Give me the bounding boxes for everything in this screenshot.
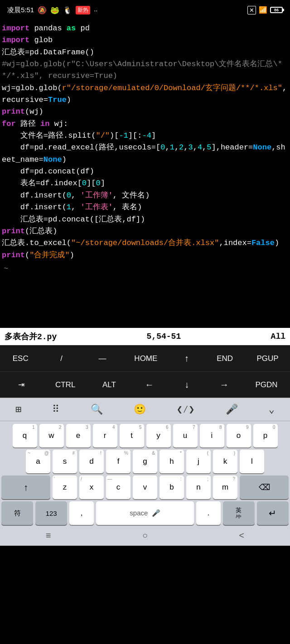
keyboard-row-1: 1q 2w 3e 4r 5t 6y 7u 8i 9o 0p bbox=[1, 424, 289, 447]
back-button[interactable]: < bbox=[230, 529, 253, 543]
end-button[interactable]: END bbox=[213, 351, 237, 367]
toolbar-row-2: ⇥ CTRL ALT ← ↓ → PGDN bbox=[0, 371, 290, 398]
key-m[interactable]: ?m bbox=[213, 476, 237, 499]
home-button-nav[interactable]: ○ bbox=[133, 529, 157, 543]
key-a[interactable]: ~@a bbox=[26, 450, 50, 473]
comma-key[interactable]: , bbox=[69, 501, 94, 525]
key-f[interactable]: %f bbox=[106, 450, 130, 473]
key-y[interactable]: 6y bbox=[146, 424, 171, 447]
keyboard: 1q 2w 3e 4r 5t 6y 7u 8i 9o 0p ~@a #s !d … bbox=[0, 421, 290, 528]
key-s[interactable]: #s bbox=[53, 450, 77, 473]
right-arrow-button[interactable]: → bbox=[215, 376, 233, 394]
emoji-icon[interactable]: 🙂 bbox=[129, 401, 150, 418]
battery-icon: 86 bbox=[270, 7, 283, 13]
dash-button[interactable]: — bbox=[91, 351, 114, 367]
key-x[interactable]: /x bbox=[79, 476, 104, 499]
up-arrow-button[interactable]: ↑ bbox=[178, 350, 196, 367]
key-u[interactable]: 7u bbox=[173, 424, 198, 447]
bell-mute-icon: 🔕 bbox=[38, 6, 47, 14]
key-k[interactable]: )k bbox=[213, 450, 237, 473]
more-icon: ·· bbox=[94, 6, 97, 14]
keyboard-toolbar: ⊞ ⠿ 🔍 🙂 ❮⁄❯ 🎤 ⌄ bbox=[0, 398, 290, 421]
search-icon[interactable]: 🔍 bbox=[86, 401, 107, 418]
mic-icon[interactable]: 🎤 bbox=[221, 401, 242, 418]
key-l[interactable]: l bbox=[240, 450, 264, 473]
tab-button[interactable]: ⇥ bbox=[10, 376, 33, 393]
menu-button[interactable]: ≡ bbox=[37, 529, 60, 543]
key-e[interactable]: 3e bbox=[66, 424, 91, 447]
pgup-button[interactable]: PGUP bbox=[254, 351, 281, 367]
down-arrow-button[interactable]: ↓ bbox=[178, 376, 196, 394]
shift-button[interactable]: ↑ bbox=[1, 476, 50, 499]
toolbar-row-1: ESC / — HOME ↑ END PGUP bbox=[0, 345, 290, 371]
status-line: 多表合并2.py 5,54-51 All bbox=[0, 328, 290, 345]
ctrl-button[interactable]: CTRL bbox=[53, 377, 78, 393]
view-mode: All bbox=[271, 332, 285, 341]
left-arrow-button[interactable]: ← bbox=[140, 376, 159, 394]
key-t[interactable]: 5t bbox=[120, 424, 144, 447]
language-switch-button[interactable]: 英/中 bbox=[223, 501, 255, 525]
qq-icon: 🐧 bbox=[63, 6, 72, 14]
period-key[interactable]: . bbox=[196, 501, 221, 525]
key-r[interactable]: 4r bbox=[93, 424, 117, 447]
nav-bar: ≡ ○ < bbox=[0, 528, 290, 546]
number-mode-button[interactable]: 123 bbox=[35, 501, 67, 525]
code-icon[interactable]: ❮⁄❯ bbox=[172, 401, 199, 418]
key-p[interactable]: 0p bbox=[253, 424, 278, 447]
key-g[interactable]: &g bbox=[133, 450, 157, 473]
key-i[interactable]: 8i bbox=[200, 424, 224, 447]
key-o[interactable]: 9o bbox=[227, 424, 251, 447]
key-j[interactable]: (j bbox=[186, 450, 211, 473]
filename: 多表合并2.py bbox=[5, 331, 57, 342]
space-key[interactable]: space 🎤 bbox=[96, 501, 194, 525]
key-d[interactable]: !d bbox=[79, 450, 104, 473]
key-n[interactable]: ;n bbox=[186, 476, 211, 499]
tilde-line: ~ bbox=[2, 261, 288, 277]
key-z[interactable]: 'z bbox=[53, 476, 77, 499]
key-w[interactable]: 2w bbox=[39, 424, 64, 447]
keyboard-row-2: ~@a #s !d %f &g *h (j )k l bbox=[1, 450, 289, 473]
keyboard-row-4: 符 123 , space 🎤 . 英/中 ↵ bbox=[1, 501, 289, 525]
pgdn-button[interactable]: PGDN bbox=[252, 377, 280, 393]
status-left: 凌晨5:51 🔕 🐸 🐧 新热 ·· bbox=[7, 6, 98, 14]
frog-icon: 🐸 bbox=[50, 6, 59, 14]
key-b[interactable]: :b bbox=[160, 476, 184, 499]
grid9-icon[interactable]: ⠿ bbox=[48, 401, 64, 418]
grid4-icon[interactable]: ⊞ bbox=[11, 401, 26, 418]
chevron-down-icon[interactable]: ⌄ bbox=[264, 401, 279, 418]
status-bar: 凌晨5:51 🔕 🐸 🐧 新热 ·· ✕ 📶 86 bbox=[0, 0, 290, 20]
key-c[interactable]: —c bbox=[106, 476, 130, 499]
cursor-position: 5,54-51 bbox=[147, 332, 181, 341]
backspace-button[interactable]: ⌫ bbox=[240, 476, 289, 499]
hot-icon: 新热 bbox=[76, 6, 90, 14]
time-display: 凌晨5:51 bbox=[7, 6, 34, 14]
key-h[interactable]: *h bbox=[160, 450, 184, 473]
esc-button[interactable]: ESC bbox=[9, 351, 32, 367]
wifi-icon: 📶 bbox=[259, 6, 267, 14]
cross-icon: ✕ bbox=[247, 6, 256, 14]
keyboard-row-3: ↑ 'z /x —c v :b ;n ?m ⌫ bbox=[1, 476, 289, 499]
key-v[interactable]: v bbox=[133, 476, 157, 499]
key-q[interactable]: 1q bbox=[13, 424, 37, 447]
alt-button[interactable]: ALT bbox=[97, 377, 121, 393]
symbol-button[interactable]: 符 bbox=[1, 501, 33, 525]
enter-button[interactable]: ↵ bbox=[257, 501, 289, 525]
code-editor[interactable]: import pandas as pd import glob 汇总表=pd.D… bbox=[0, 20, 290, 328]
slash-button[interactable]: / bbox=[50, 351, 73, 367]
home-button[interactable]: HOME bbox=[131, 351, 160, 367]
status-right: ✕ 📶 86 bbox=[247, 6, 283, 14]
